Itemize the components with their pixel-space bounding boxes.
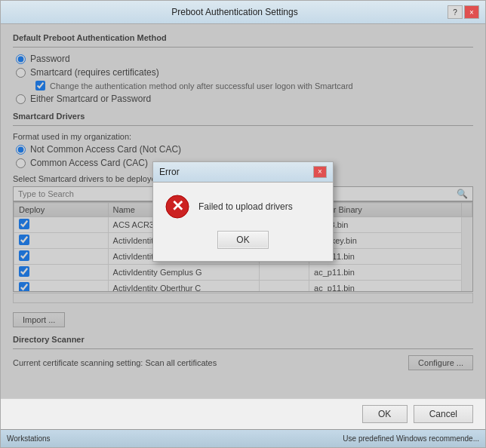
error-dialog: Error × ✕ Failed to upload drivers OK — [152, 161, 334, 262]
dialog-footer: OK Cancel — [1, 398, 485, 429]
close-button[interactable]: × — [464, 5, 479, 19]
dialog-content: Default Preboot Authentication Method Pa… — [1, 24, 485, 398]
error-message-text: Failed to upload drivers — [198, 201, 293, 212]
dialog-title: Preboot Authentication Settings — [22, 7, 448, 17]
error-title-bar: Error × — [153, 162, 333, 183]
title-bar: Preboot Authentication Settings ? × — [1, 1, 485, 24]
error-overlay: Error × ✕ Failed to upload drivers OK — [1, 24, 485, 398]
error-ok-button[interactable]: OK — [217, 231, 268, 249]
cancel-button[interactable]: Cancel — [414, 405, 473, 423]
error-title: Error — [159, 167, 180, 177]
error-close-button[interactable]: × — [313, 166, 327, 178]
svg-text:✕: ✕ — [171, 198, 184, 214]
title-controls: ? × — [448, 5, 479, 19]
taskbar: Workstations Use predefined Windows reco… — [1, 429, 485, 447]
error-icon: ✕ — [165, 195, 189, 219]
error-message-row: ✕ Failed to upload drivers — [165, 195, 293, 219]
taskbar-left-text: Workstations — [7, 434, 51, 443]
main-dialog: Preboot Authentication Settings ? × Defa… — [0, 0, 486, 448]
error-body: ✕ Failed to upload drivers OK — [153, 183, 333, 261]
ok-button[interactable]: OK — [362, 405, 408, 423]
help-button[interactable]: ? — [448, 5, 463, 19]
taskbar-right-text: Use predefined Windows recommende... — [343, 434, 479, 443]
